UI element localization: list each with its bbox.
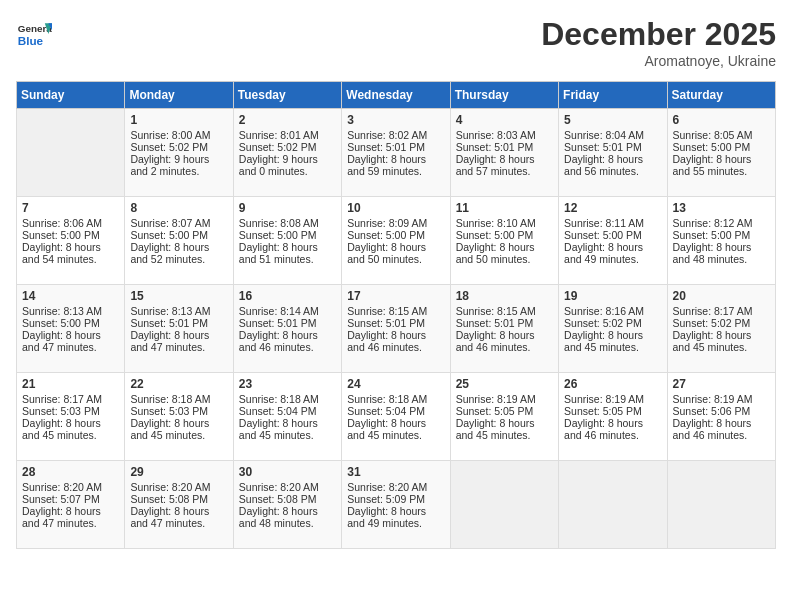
day-of-week-header: Tuesday: [233, 82, 341, 109]
daylight-text: Daylight: 8 hours and 49 minutes.: [564, 241, 643, 265]
day-of-week-header: Friday: [559, 82, 667, 109]
sunrise-text: Sunrise: 8:15 AM: [456, 305, 536, 317]
sunrise-text: Sunrise: 8:08 AM: [239, 217, 319, 229]
daylight-text: Daylight: 8 hours and 50 minutes.: [347, 241, 426, 265]
sunset-text: Sunset: 5:01 PM: [239, 317, 317, 329]
sunset-text: Sunset: 5:00 PM: [22, 229, 100, 241]
calendar-cell: 7 Sunrise: 8:06 AM Sunset: 5:00 PM Dayli…: [17, 197, 125, 285]
calendar-cell: 17 Sunrise: 8:15 AM Sunset: 5:01 PM Dayl…: [342, 285, 450, 373]
daylight-text: Daylight: 8 hours and 49 minutes.: [347, 505, 426, 529]
sunrise-text: Sunrise: 8:14 AM: [239, 305, 319, 317]
calendar-cell: 1 Sunrise: 8:00 AM Sunset: 5:02 PM Dayli…: [125, 109, 233, 197]
daylight-text: Daylight: 8 hours and 56 minutes.: [564, 153, 643, 177]
sunrise-text: Sunrise: 8:13 AM: [22, 305, 102, 317]
sunset-text: Sunset: 5:01 PM: [347, 141, 425, 153]
calendar-cell: 28 Sunrise: 8:20 AM Sunset: 5:07 PM Dayl…: [17, 461, 125, 549]
sunrise-text: Sunrise: 8:19 AM: [456, 393, 536, 405]
day-of-week-header: Wednesday: [342, 82, 450, 109]
sunset-text: Sunset: 5:05 PM: [564, 405, 642, 417]
calendar-cell: 16 Sunrise: 8:14 AM Sunset: 5:01 PM Dayl…: [233, 285, 341, 373]
calendar-cell: 12 Sunrise: 8:11 AM Sunset: 5:00 PM Dayl…: [559, 197, 667, 285]
calendar-cell: 3 Sunrise: 8:02 AM Sunset: 5:01 PM Dayli…: [342, 109, 450, 197]
day-number: 27: [673, 377, 770, 391]
daylight-text: Daylight: 8 hours and 47 minutes.: [130, 505, 209, 529]
calendar-cell: 2 Sunrise: 8:01 AM Sunset: 5:02 PM Dayli…: [233, 109, 341, 197]
location-subtitle: Aromatnoye, Ukraine: [541, 53, 776, 69]
calendar-cell: 29 Sunrise: 8:20 AM Sunset: 5:08 PM Dayl…: [125, 461, 233, 549]
daylight-text: Daylight: 8 hours and 45 minutes.: [673, 329, 752, 353]
sunset-text: Sunset: 5:00 PM: [22, 317, 100, 329]
calendar-week-row: 14 Sunrise: 8:13 AM Sunset: 5:00 PM Dayl…: [17, 285, 776, 373]
sunset-text: Sunset: 5:09 PM: [347, 493, 425, 505]
day-number: 7: [22, 201, 119, 215]
calendar-week-row: 7 Sunrise: 8:06 AM Sunset: 5:00 PM Dayli…: [17, 197, 776, 285]
sunset-text: Sunset: 5:06 PM: [673, 405, 751, 417]
day-number: 24: [347, 377, 444, 391]
calendar-cell: 11 Sunrise: 8:10 AM Sunset: 5:00 PM Dayl…: [450, 197, 558, 285]
sunset-text: Sunset: 5:01 PM: [347, 317, 425, 329]
day-number: 26: [564, 377, 661, 391]
calendar-cell: 21 Sunrise: 8:17 AM Sunset: 5:03 PM Dayl…: [17, 373, 125, 461]
sunrise-text: Sunrise: 8:06 AM: [22, 217, 102, 229]
sunrise-text: Sunrise: 8:02 AM: [347, 129, 427, 141]
calendar-cell: 31 Sunrise: 8:20 AM Sunset: 5:09 PM Dayl…: [342, 461, 450, 549]
calendar-cell: 14 Sunrise: 8:13 AM Sunset: 5:00 PM Dayl…: [17, 285, 125, 373]
calendar-cell: 8 Sunrise: 8:07 AM Sunset: 5:00 PM Dayli…: [125, 197, 233, 285]
day-number: 18: [456, 289, 553, 303]
sunrise-text: Sunrise: 8:16 AM: [564, 305, 644, 317]
daylight-text: Daylight: 8 hours and 46 minutes.: [239, 329, 318, 353]
svg-text:Blue: Blue: [18, 34, 44, 47]
sunset-text: Sunset: 5:01 PM: [456, 141, 534, 153]
sunrise-text: Sunrise: 8:18 AM: [239, 393, 319, 405]
sunrise-text: Sunrise: 8:20 AM: [22, 481, 102, 493]
daylight-text: Daylight: 8 hours and 45 minutes.: [456, 417, 535, 441]
calendar-cell: 30 Sunrise: 8:20 AM Sunset: 5:08 PM Dayl…: [233, 461, 341, 549]
day-number: 31: [347, 465, 444, 479]
sunrise-text: Sunrise: 8:04 AM: [564, 129, 644, 141]
calendar-cell: [667, 461, 775, 549]
sunset-text: Sunset: 5:08 PM: [130, 493, 208, 505]
sunrise-text: Sunrise: 8:13 AM: [130, 305, 210, 317]
sunset-text: Sunset: 5:00 PM: [130, 229, 208, 241]
sunset-text: Sunset: 5:02 PM: [673, 317, 751, 329]
day-number: 23: [239, 377, 336, 391]
daylight-text: Daylight: 8 hours and 55 minutes.: [673, 153, 752, 177]
day-number: 25: [456, 377, 553, 391]
daylight-text: Daylight: 8 hours and 52 minutes.: [130, 241, 209, 265]
day-number: 22: [130, 377, 227, 391]
sunset-text: Sunset: 5:01 PM: [564, 141, 642, 153]
daylight-text: Daylight: 8 hours and 50 minutes.: [456, 241, 535, 265]
sunset-text: Sunset: 5:03 PM: [130, 405, 208, 417]
sunrise-text: Sunrise: 8:00 AM: [130, 129, 210, 141]
calendar-week-row: 1 Sunrise: 8:00 AM Sunset: 5:02 PM Dayli…: [17, 109, 776, 197]
daylight-text: Daylight: 8 hours and 46 minutes.: [347, 329, 426, 353]
sunrise-text: Sunrise: 8:11 AM: [564, 217, 644, 229]
sunrise-text: Sunrise: 8:07 AM: [130, 217, 210, 229]
day-number: 11: [456, 201, 553, 215]
calendar-cell: 27 Sunrise: 8:19 AM Sunset: 5:06 PM Dayl…: [667, 373, 775, 461]
sunset-text: Sunset: 5:03 PM: [22, 405, 100, 417]
sunrise-text: Sunrise: 8:17 AM: [22, 393, 102, 405]
sunset-text: Sunset: 5:00 PM: [673, 141, 751, 153]
page-header: General Blue December 2025 Aromatnoye, U…: [16, 16, 776, 69]
daylight-text: Daylight: 9 hours and 0 minutes.: [239, 153, 318, 177]
day-number: 4: [456, 113, 553, 127]
calendar-cell: 6 Sunrise: 8:05 AM Sunset: 5:00 PM Dayli…: [667, 109, 775, 197]
day-number: 6: [673, 113, 770, 127]
calendar-cell: [450, 461, 558, 549]
daylight-text: Daylight: 8 hours and 47 minutes.: [22, 505, 101, 529]
calendar-cell: 9 Sunrise: 8:08 AM Sunset: 5:00 PM Dayli…: [233, 197, 341, 285]
day-number: 14: [22, 289, 119, 303]
sunrise-text: Sunrise: 8:20 AM: [347, 481, 427, 493]
daylight-text: Daylight: 8 hours and 47 minutes.: [130, 329, 209, 353]
calendar-cell: 24 Sunrise: 8:18 AM Sunset: 5:04 PM Dayl…: [342, 373, 450, 461]
day-number: 19: [564, 289, 661, 303]
sunset-text: Sunset: 5:07 PM: [22, 493, 100, 505]
daylight-text: Daylight: 8 hours and 57 minutes.: [456, 153, 535, 177]
calendar-cell: 26 Sunrise: 8:19 AM Sunset: 5:05 PM Dayl…: [559, 373, 667, 461]
logo-icon: General Blue: [16, 16, 52, 52]
day-number: 21: [22, 377, 119, 391]
day-number: 1: [130, 113, 227, 127]
day-number: 30: [239, 465, 336, 479]
daylight-text: Daylight: 8 hours and 45 minutes.: [22, 417, 101, 441]
